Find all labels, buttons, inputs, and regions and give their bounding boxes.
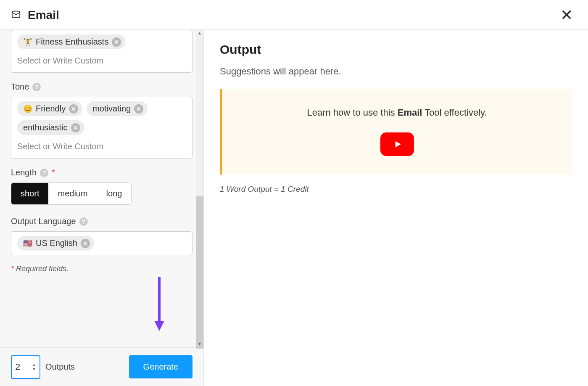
outputs-count-input[interactable]: 2 ▲▼ — [11, 355, 40, 379]
tag-remove-icon[interactable]: ✕ — [81, 239, 90, 248]
output-panel: Output Suggestions will appear here. Lea… — [204, 30, 588, 386]
help-icon[interactable]: ? — [40, 169, 48, 177]
outputs-label: Outputs — [45, 362, 75, 372]
language-tags: 🇺🇸 US English ✕ — [17, 236, 186, 251]
close-icon[interactable]: ✕ — [559, 8, 575, 23]
required-star: * — [52, 168, 55, 177]
tag-friendly[interactable]: 😊 Friendly ✕ — [17, 101, 82, 116]
weightlifter-icon: 🏋️ — [23, 37, 32, 47]
language-input[interactable]: 🇺🇸 US English ✕ — [11, 231, 192, 255]
outputs-count-value: 2 — [15, 362, 20, 373]
length-short[interactable]: short — [11, 183, 48, 204]
output-heading: Output — [220, 42, 572, 57]
stepper-icon[interactable]: ▲▼ — [32, 363, 36, 371]
svg-marker-3 — [395, 141, 401, 147]
tag-remove-icon[interactable]: ✕ — [112, 37, 121, 47]
tag-label: US English — [36, 238, 77, 248]
length-long[interactable]: long — [97, 183, 132, 204]
output-subtitle: Suggestions will appear here. — [220, 66, 572, 77]
header-bar: Email ✕ — [0, 0, 588, 30]
mail-icon — [10, 10, 22, 21]
generate-button[interactable]: Generate — [129, 355, 192, 378]
play-video-button[interactable] — [380, 132, 414, 156]
us-flag-icon: 🇺🇸 — [23, 239, 32, 248]
header-left: Email — [10, 8, 59, 22]
tone-input[interactable]: 😊 Friendly ✕ motivating ✕ enthusiastic ✕ — [11, 97, 192, 159]
audience-placeholder[interactable]: Select or Write Custom — [17, 53, 186, 68]
scrollbar-thumb[interactable] — [196, 196, 203, 349]
page-title: Email — [28, 8, 59, 22]
audience-tags: 🏋️ Fitness Enthusiasts ✕ — [17, 34, 186, 49]
tone-label: Tone ? — [11, 82, 192, 92]
tag-label: enthusiastic — [23, 123, 68, 132]
length-medium[interactable]: medium — [48, 183, 97, 204]
credit-note: 1 Word Output = 1 Credit — [220, 185, 572, 194]
outputs-group: 2 ▲▼ Outputs — [11, 355, 75, 379]
play-icon — [392, 139, 403, 150]
form-scroll-area[interactable]: 🏋️ Fitness Enthusiasts ✕ Select or Write… — [0, 30, 203, 347]
required-note: * Required fields. — [11, 264, 192, 273]
tutorial-card: Learn how to use this Email Tool effecti… — [220, 89, 572, 174]
scroll-down-icon[interactable]: ▼ — [197, 341, 202, 346]
form-panel: 🏋️ Fitness Enthusiasts ✕ Select or Write… — [0, 30, 204, 386]
tag-remove-icon[interactable]: ✕ — [134, 104, 143, 114]
smile-icon: 😊 — [23, 104, 32, 114]
tag-label: motivating — [92, 104, 131, 114]
help-icon[interactable]: ? — [79, 217, 88, 226]
main-content: 🏋️ Fitness Enthusiasts ✕ Select or Write… — [0, 30, 588, 386]
tone-placeholder[interactable]: Select or Write Custom — [17, 139, 186, 154]
tag-enthusiastic[interactable]: enthusiastic ✕ — [17, 120, 84, 135]
tag-motivating[interactable]: motivating ✕ — [87, 101, 148, 116]
scroll-up-icon[interactable]: ▲ — [197, 31, 202, 36]
language-label: Output Language ? — [11, 217, 192, 226]
tag-us-english[interactable]: 🇺🇸 US English ✕ — [17, 236, 94, 251]
tutorial-text: Learn how to use this Email Tool effecti… — [235, 107, 559, 118]
tag-label: Fitness Enthusiasts — [36, 37, 108, 47]
form-footer: 2 ▲▼ Outputs Generate — [0, 347, 203, 386]
tag-label: Friendly — [36, 104, 66, 114]
length-segmented: short medium long — [11, 182, 132, 205]
tone-tags-2: enthusiastic ✕ — [17, 120, 186, 135]
length-label: Length ? * — [11, 168, 192, 177]
audience-input[interactable]: 🏋️ Fitness Enthusiasts ✕ Select or Write… — [11, 30, 192, 73]
help-icon[interactable]: ? — [32, 83, 41, 91]
tag-remove-icon[interactable]: ✕ — [69, 104, 78, 114]
tone-tags: 😊 Friendly ✕ motivating ✕ — [17, 101, 186, 116]
tag-fitness-enthusiasts[interactable]: 🏋️ Fitness Enthusiasts ✕ — [17, 34, 125, 49]
tag-remove-icon[interactable]: ✕ — [71, 123, 80, 132]
